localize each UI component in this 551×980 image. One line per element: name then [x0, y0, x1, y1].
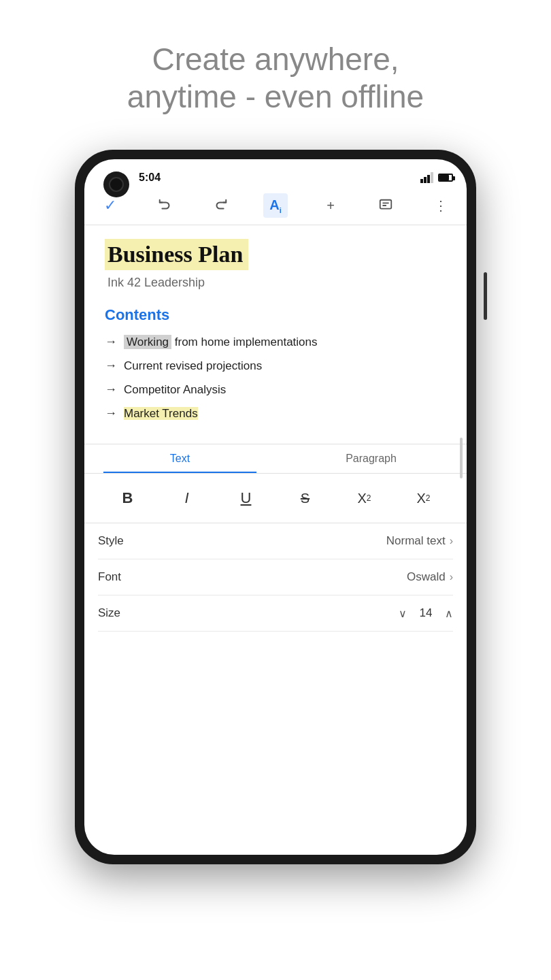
tagline-text: Create anywhere, anytime - even offline — [86, 0, 465, 150]
format-buttons: B I U S X2 X2 — [84, 474, 467, 523]
list-arrow: → — [105, 335, 117, 349]
format-panel: Text Paragraph B I U S X2 X2 Style Norma… — [84, 444, 467, 632]
signal-icon — [420, 172, 434, 183]
undo-icon — [158, 198, 173, 213]
size-decrease-button[interactable]: ∨ — [399, 607, 407, 620]
font-row[interactable]: Font Oswald › — [98, 559, 453, 595]
add-button[interactable]: + — [318, 193, 343, 218]
status-bar: 5:04 — [84, 159, 467, 189]
phone-frame: 5:04 ✓ — [75, 150, 476, 864]
list-item: → Competitor Analysis — [105, 382, 446, 397]
bold-button[interactable]: B — [114, 485, 141, 512]
more-button[interactable]: ⋮ — [429, 193, 453, 218]
list-item-text: Market Trends — [124, 407, 198, 421]
svg-rect-0 — [420, 179, 423, 183]
redo-button[interactable] — [208, 193, 233, 218]
format-rows: Style Normal text › Font Oswald › Size — [84, 523, 467, 632]
document-content: Business Plan Ink 42 Leadership Contents… — [84, 225, 467, 444]
camera-lens — [109, 177, 124, 192]
list-item-text: Current revised projections — [124, 359, 262, 373]
document-heading: Contents — [105, 306, 446, 324]
size-label: Size — [98, 606, 120, 620]
text-format-button[interactable]: Ai — [263, 193, 288, 218]
comment-button[interactable] — [373, 193, 398, 218]
document-title: Business Plan — [105, 239, 248, 270]
document-subtitle: Ink 42 Leadership — [105, 276, 446, 290]
list-item: → Working from home implementations — [105, 335, 446, 349]
list-item-text: Working from home implementations — [124, 336, 318, 349]
status-time: 5:04 — [139, 172, 161, 184]
yellow-highlighted-text: Market Trends — [124, 407, 198, 420]
svg-rect-4 — [380, 200, 392, 209]
chevron-right-icon: › — [450, 571, 453, 583]
redo-icon — [213, 198, 228, 213]
check-button[interactable]: ✓ — [98, 193, 122, 218]
chevron-right-icon: › — [450, 535, 453, 547]
size-value: 14 — [418, 606, 434, 620]
list-item-text: Competitor Analysis — [124, 383, 226, 397]
subscript-button[interactable]: X2 — [410, 485, 437, 512]
style-label: Style — [98, 534, 124, 548]
volume-button — [484, 272, 487, 320]
format-tabs: Text Paragraph — [84, 444, 467, 474]
style-value: Normal text › — [386, 534, 453, 548]
font-label: Font — [98, 570, 121, 584]
list-arrow: → — [105, 382, 117, 397]
svg-rect-3 — [431, 172, 433, 183]
strikethrough-button[interactable]: S — [292, 485, 319, 512]
toolbar: ✓ Ai + — [84, 189, 467, 225]
size-controls: ∨ 14 ∧ — [399, 606, 453, 620]
phone-screen: 5:04 ✓ — [84, 159, 467, 855]
tab-paragraph[interactable]: Paragraph — [276, 444, 467, 473]
italic-button[interactable]: I — [173, 485, 201, 512]
status-icons — [420, 172, 453, 183]
tab-text[interactable]: Text — [84, 444, 276, 473]
text-format-icon: Ai — [269, 197, 282, 214]
font-value: Oswald › — [407, 570, 453, 584]
document-list: → Working from home implementations → Cu… — [105, 335, 446, 421]
superscript-button[interactable]: X2 — [351, 485, 378, 512]
highlighted-text: Working — [124, 335, 171, 349]
size-increase-button[interactable]: ∧ — [445, 607, 453, 620]
undo-button[interactable] — [153, 193, 178, 218]
underline-button[interactable]: U — [233, 485, 260, 512]
svg-rect-2 — [427, 175, 430, 183]
comment-icon — [378, 198, 393, 213]
list-item: → Market Trends — [105, 406, 446, 421]
list-arrow: → — [105, 406, 117, 421]
svg-rect-1 — [424, 177, 427, 183]
battery-icon — [438, 174, 453, 182]
list-arrow: → — [105, 359, 117, 373]
style-row[interactable]: Style Normal text › — [98, 523, 453, 559]
size-row: Size ∨ 14 ∧ — [98, 595, 453, 632]
list-item: → Current revised projections — [105, 359, 446, 373]
